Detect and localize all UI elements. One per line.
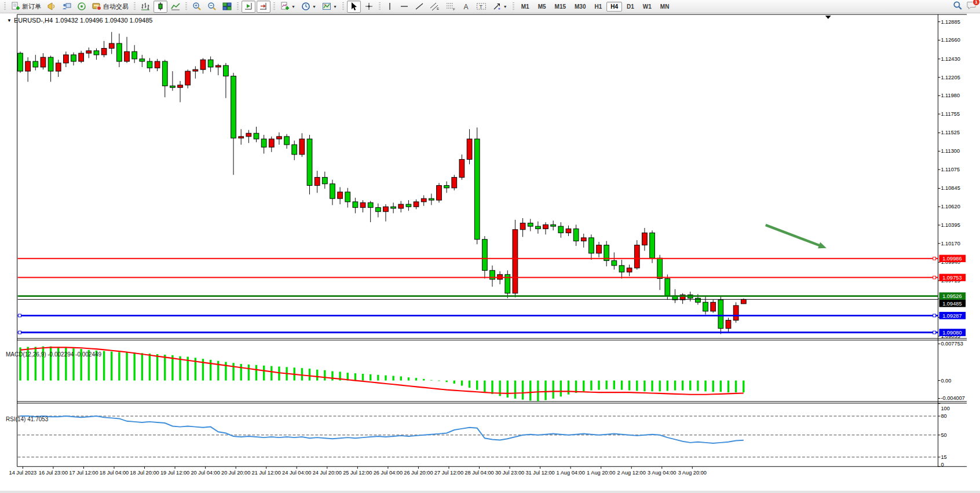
toolbar-grip[interactable] xyxy=(4,2,6,11)
timeframe-w1-button[interactable]: W1 xyxy=(639,2,656,12)
candle xyxy=(33,61,38,67)
auto-scroll-button[interactable] xyxy=(242,1,255,13)
vertical-line-tool-button[interactable] xyxy=(383,1,396,13)
price-axis-label: 1.11980 xyxy=(941,93,960,98)
signal-button[interactable] xyxy=(75,1,89,13)
toolbar-grip[interactable] xyxy=(185,2,187,11)
candle xyxy=(573,229,579,241)
trendline-tool-button[interactable] xyxy=(412,1,426,13)
timeframe-d1-button[interactable]: D1 xyxy=(623,2,638,12)
line-handle[interactable] xyxy=(933,276,936,279)
candlestick-chart-button[interactable] xyxy=(153,1,167,13)
tile-windows-icon xyxy=(222,2,232,11)
line-handle[interactable] xyxy=(933,331,936,334)
tile-windows-button[interactable] xyxy=(220,1,234,13)
indicators-icon xyxy=(280,2,290,11)
candle xyxy=(733,306,738,320)
line-handle[interactable] xyxy=(19,314,21,317)
auto-trading-button[interactable]: 自动交易 xyxy=(90,1,131,13)
text-tool-button[interactable]: A xyxy=(460,1,473,13)
candle xyxy=(41,57,46,67)
candle xyxy=(703,302,708,311)
candle xyxy=(125,51,130,61)
search-icon[interactable] xyxy=(953,1,963,13)
bar-chart-button[interactable] xyxy=(138,1,152,13)
candle xyxy=(566,229,571,233)
chart-title: ▼ EURUSD-,H4 1.09432 1.09496 1.09430 1.0… xyxy=(7,17,152,24)
chat-button[interactable]: 1 xyxy=(966,1,977,13)
toolbar-grip[interactable] xyxy=(273,2,275,11)
candle xyxy=(391,207,396,208)
chart-shift-button[interactable] xyxy=(257,1,270,13)
fibonacci-tool-button[interactable]: F xyxy=(444,1,459,13)
candle xyxy=(726,320,731,328)
timeframe-mn-button[interactable]: MN xyxy=(656,2,674,12)
rsi-name: RSI(14) xyxy=(6,416,25,422)
symbol-dropdown-icon[interactable]: ▼ xyxy=(7,18,12,23)
timeframe-m15-button[interactable]: M15 xyxy=(551,2,570,12)
time-axis-label: 24 Jul 20:00 xyxy=(313,470,342,476)
rsi-axis-label: 15 xyxy=(941,454,946,460)
crosshair-icon xyxy=(364,2,374,11)
templates-button[interactable]: ▼ xyxy=(320,1,339,13)
timeframe-m5-button[interactable]: M5 xyxy=(534,2,550,12)
crosshair-button[interactable] xyxy=(362,1,376,13)
cursor-button[interactable] xyxy=(347,1,361,13)
bar-chart-icon xyxy=(141,2,150,11)
toolbar-grip[interactable] xyxy=(513,2,514,11)
line-handle[interactable] xyxy=(933,314,936,317)
toolbar-grip[interactable] xyxy=(342,2,344,11)
arrows-tool-button[interactable]: ▼ xyxy=(490,1,510,13)
line-chart-button[interactable] xyxy=(169,1,182,13)
horizontal-line-tool-button[interactable] xyxy=(397,1,411,13)
time-axis-label: 17 Jul 12:00 xyxy=(69,470,98,476)
channel-tool-button[interactable]: E xyxy=(427,1,443,13)
sound-alert-button[interactable] xyxy=(45,1,58,13)
timeframe-h4-button[interactable]: H4 xyxy=(606,2,622,12)
line-handle[interactable] xyxy=(19,331,21,334)
candle xyxy=(231,76,236,138)
time-axis-label: 3 Aug 20:00 xyxy=(678,470,707,476)
svg-text:E: E xyxy=(437,7,439,10)
candle xyxy=(474,139,480,240)
zoom-out-button[interactable] xyxy=(205,1,219,13)
timeframe-h1-button[interactable]: H1 xyxy=(590,2,606,12)
toolbar-grip[interactable] xyxy=(237,2,239,11)
time-axis-label: 30 Jul 23:00 xyxy=(495,470,524,476)
clock-icon xyxy=(301,2,310,11)
price-label-text: 1.09080 xyxy=(942,330,961,336)
candle xyxy=(140,59,145,61)
candle xyxy=(200,60,206,69)
time-axis-label: 18 Jul 04:00 xyxy=(100,470,129,476)
chart-canvas[interactable]: 1.128851.126601.124301.122051.119801.117… xyxy=(0,13,980,493)
toolbar-grip[interactable] xyxy=(134,2,136,11)
candle xyxy=(338,192,343,198)
candle xyxy=(132,51,137,59)
time-axis-label: 1 Aug 20:00 xyxy=(587,470,615,476)
timeframe-m1-button[interactable]: M1 xyxy=(517,2,533,12)
community-button[interactable] xyxy=(60,1,74,13)
macd-indicator-label: MACD(12,26,9) -0.002294 -0.002449 xyxy=(6,351,101,358)
line-handle[interactable] xyxy=(933,257,936,260)
new-order-button[interactable]: 新订单 xyxy=(9,1,43,13)
line-chart-icon xyxy=(171,2,180,11)
price-axis-label: 1.12885 xyxy=(941,19,960,25)
timeframe-m30-button[interactable]: M30 xyxy=(571,2,590,12)
candle xyxy=(368,203,373,207)
text-label-tool-button[interactable]: T xyxy=(474,1,489,13)
timeframe-bar: M1M5M15M30H1H4D1W1MN xyxy=(517,2,674,12)
zoom-in-button[interactable] xyxy=(190,1,204,13)
vertical-line-icon xyxy=(386,2,394,11)
price-axis-label: 1.10845 xyxy=(941,185,960,191)
candle xyxy=(353,202,358,208)
trendline-icon xyxy=(415,2,424,11)
periods-button[interactable]: ▼ xyxy=(299,1,319,13)
chevron-down-icon: ▼ xyxy=(503,5,507,9)
candle xyxy=(185,71,191,85)
svg-text:F: F xyxy=(453,8,455,11)
indicators-button[interactable]: ▼ xyxy=(278,1,298,13)
toolbar-grip[interactable] xyxy=(379,2,381,11)
candle xyxy=(109,43,114,48)
candle xyxy=(634,245,639,268)
candle xyxy=(178,85,183,87)
